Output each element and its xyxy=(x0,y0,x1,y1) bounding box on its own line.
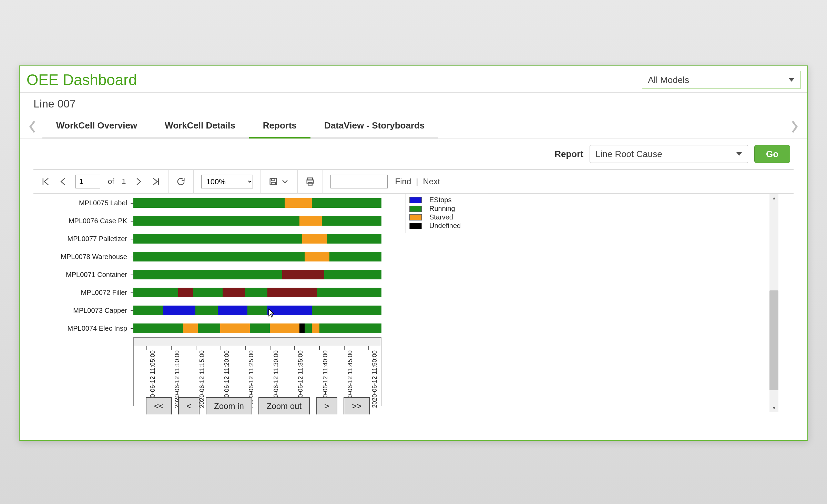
segment[interactable] xyxy=(220,323,250,333)
tabs-scroll-left[interactable] xyxy=(26,119,39,135)
segment[interactable] xyxy=(270,323,299,333)
segment[interactable] xyxy=(183,323,198,333)
scroll-down-icon[interactable]: ▾ xyxy=(769,404,778,412)
legend-label: EStops xyxy=(429,196,451,204)
legend-label: Running xyxy=(429,205,455,213)
scroll-up-icon[interactable]: ▴ xyxy=(769,194,778,202)
x-axis: 2020-06-12 11:05:002020-06-12 11:10:0020… xyxy=(133,337,381,406)
segment[interactable] xyxy=(133,288,178,297)
print-icon[interactable] xyxy=(305,177,315,186)
tab-workcell-details[interactable]: WorkCell Details xyxy=(151,115,249,138)
segment[interactable] xyxy=(218,306,247,315)
segment[interactable] xyxy=(305,323,312,333)
legend-swatch xyxy=(409,214,422,220)
chart-row: MPL0076 Case PK xyxy=(33,212,381,230)
zoom-out-button[interactable]: Zoom out xyxy=(258,397,310,414)
segment[interactable] xyxy=(163,306,195,315)
segment[interactable] xyxy=(327,234,381,244)
segment[interactable] xyxy=(305,252,329,261)
svg-rect-4 xyxy=(271,182,275,185)
tab-workcell-overview[interactable]: WorkCell Overview xyxy=(42,115,151,138)
segment[interactable] xyxy=(282,270,324,279)
vertical-scrollbar[interactable]: ▴ ▾ xyxy=(769,194,778,412)
legend-item: Running xyxy=(409,204,484,213)
segment[interactable] xyxy=(324,270,381,279)
segment[interactable] xyxy=(302,234,327,244)
segment[interactable] xyxy=(299,323,304,333)
row-label: MPL0078 Warehouse xyxy=(33,253,131,261)
header: OEE Dashboard All Models xyxy=(20,66,807,93)
report-toolbar: of 1 100% Find | Next xyxy=(33,169,794,194)
save-dropdown-icon[interactable] xyxy=(280,177,290,186)
segment[interactable] xyxy=(193,288,223,297)
segment[interactable] xyxy=(133,234,302,244)
save-icon[interactable] xyxy=(268,177,278,186)
segment[interactable] xyxy=(133,216,299,226)
segment[interactable] xyxy=(312,306,381,315)
segment[interactable] xyxy=(133,270,282,279)
segment[interactable] xyxy=(198,323,220,333)
segment[interactable] xyxy=(223,288,245,297)
model-select[interactable]: All Models xyxy=(642,71,800,89)
segment[interactable] xyxy=(322,216,381,226)
nav-prev-button[interactable]: < xyxy=(178,397,200,414)
row-track xyxy=(133,287,381,298)
segment[interactable] xyxy=(133,252,305,261)
report-picker-row: Report Line Root Cause Go xyxy=(20,139,807,169)
x-tick-label: 2020-06-12 11:50:00 xyxy=(371,350,378,408)
go-button[interactable]: Go xyxy=(754,145,790,163)
segment[interactable] xyxy=(178,288,193,297)
segment[interactable] xyxy=(312,323,319,333)
segment[interactable] xyxy=(133,323,183,333)
zoom-select[interactable]: 100% xyxy=(201,175,253,188)
timeline-chart: MPL0075 LabelMPL0076 Case PKMPL0077 Pall… xyxy=(33,194,381,414)
segment[interactable] xyxy=(195,306,218,315)
segment[interactable] xyxy=(317,288,381,297)
segment[interactable] xyxy=(245,288,267,297)
chart-row: MPL0072 Filler xyxy=(33,284,381,301)
page-input[interactable] xyxy=(75,175,100,188)
zoom-in-button[interactable]: Zoom in xyxy=(206,397,252,414)
segment[interactable] xyxy=(247,306,267,315)
refresh-icon[interactable] xyxy=(176,177,186,186)
last-page-icon[interactable] xyxy=(151,177,161,186)
segment[interactable] xyxy=(250,323,270,333)
find-button[interactable]: Find xyxy=(395,177,411,186)
line-name: Line 007 xyxy=(20,93,807,113)
app-window: OEE Dashboard All Models Line 007 WorkCe… xyxy=(19,65,808,441)
report-select-wrap: Line Root Cause xyxy=(590,145,748,163)
report-label: Report xyxy=(554,149,583,160)
search-input[interactable] xyxy=(330,175,388,188)
segment[interactable] xyxy=(133,306,163,315)
row-label: MPL0073 Capper xyxy=(33,307,131,315)
segment[interactable] xyxy=(299,216,322,226)
tab-dataview-storyboards[interactable]: DataView - Storyboards xyxy=(310,115,438,138)
legend-item: EStops xyxy=(409,196,484,204)
segment[interactable] xyxy=(267,306,312,315)
row-track xyxy=(133,305,381,316)
segment[interactable] xyxy=(319,323,381,333)
chart-row: MPL0071 Container xyxy=(33,266,381,284)
tabs-scroll-right[interactable] xyxy=(788,119,801,135)
nav-first-button[interactable]: << xyxy=(146,397,172,414)
chart-row: MPL0077 Palletizer xyxy=(33,230,381,248)
next-page-icon[interactable] xyxy=(134,177,143,186)
segment[interactable] xyxy=(329,252,381,261)
legend-item: Undefined xyxy=(409,222,484,230)
segment[interactable] xyxy=(312,198,381,208)
segment[interactable] xyxy=(285,198,312,208)
segment[interactable] xyxy=(267,288,317,297)
nav-next-button[interactable]: > xyxy=(316,397,337,414)
scroll-thumb[interactable] xyxy=(769,290,778,390)
row-label: MPL0074 Elec Insp xyxy=(33,325,131,332)
chart-row: MPL0074 Elec Insp xyxy=(33,319,381,337)
legend-swatch xyxy=(409,197,422,203)
nav-last-button[interactable]: >> xyxy=(344,397,370,414)
tab-reports[interactable]: Reports xyxy=(249,115,310,138)
first-page-icon[interactable] xyxy=(41,177,51,186)
prev-page-icon[interactable] xyxy=(58,177,68,186)
report-select[interactable]: Line Root Cause xyxy=(590,145,748,163)
find-next-separator: | xyxy=(416,177,418,186)
segment[interactable] xyxy=(133,198,285,208)
next-button[interactable]: Next xyxy=(423,177,440,186)
